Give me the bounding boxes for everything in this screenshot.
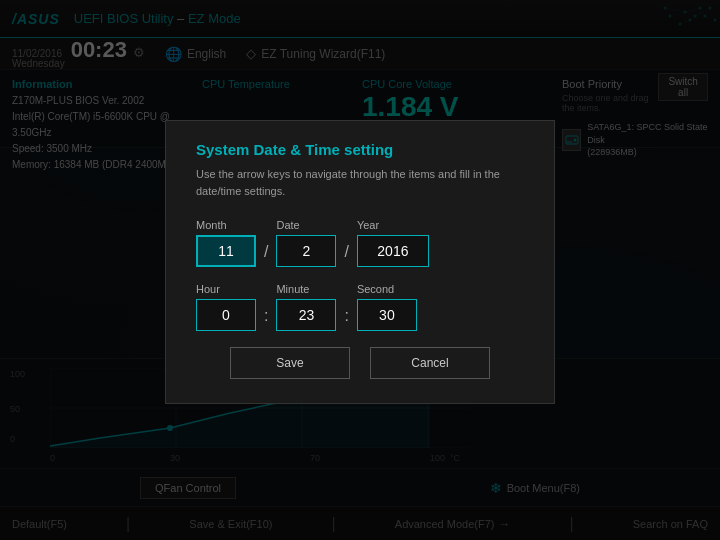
year-field-group: Year — [357, 219, 429, 267]
month-input[interactable] — [196, 235, 256, 267]
year-input[interactable] — [357, 235, 429, 267]
second-input[interactable] — [357, 299, 417, 331]
second-field-group: Second — [357, 283, 417, 331]
hour-field-group: Hour — [196, 283, 256, 331]
dialog-buttons: Save Cancel — [196, 347, 524, 379]
time-separator-2: : — [344, 307, 348, 331]
cancel-button[interactable]: Cancel — [370, 347, 490, 379]
year-label: Year — [357, 219, 429, 231]
time-row: Hour : Minute : Second — [196, 283, 524, 331]
minute-input[interactable] — [276, 299, 336, 331]
date-row: Month / Date / Year — [196, 219, 524, 267]
month-label: Month — [196, 219, 256, 231]
hour-label: Hour — [196, 283, 256, 295]
hour-input[interactable] — [196, 299, 256, 331]
date-field-group: Date — [276, 219, 336, 267]
dialog-description: Use the arrow keys to navigate through t… — [196, 166, 524, 199]
month-field-group: Month — [196, 219, 256, 267]
date-label: Date — [276, 219, 336, 231]
minute-field-group: Minute — [276, 283, 336, 331]
date-separator-2: / — [344, 243, 348, 267]
time-separator-1: : — [264, 307, 268, 331]
date-input[interactable] — [276, 235, 336, 267]
datetime-dialog: System Date & Time setting Use the arrow… — [165, 120, 555, 404]
date-separator-1: / — [264, 243, 268, 267]
minute-label: Minute — [276, 283, 336, 295]
second-label: Second — [357, 283, 417, 295]
save-button[interactable]: Save — [230, 347, 350, 379]
dialog-title: System Date & Time setting — [196, 141, 524, 158]
